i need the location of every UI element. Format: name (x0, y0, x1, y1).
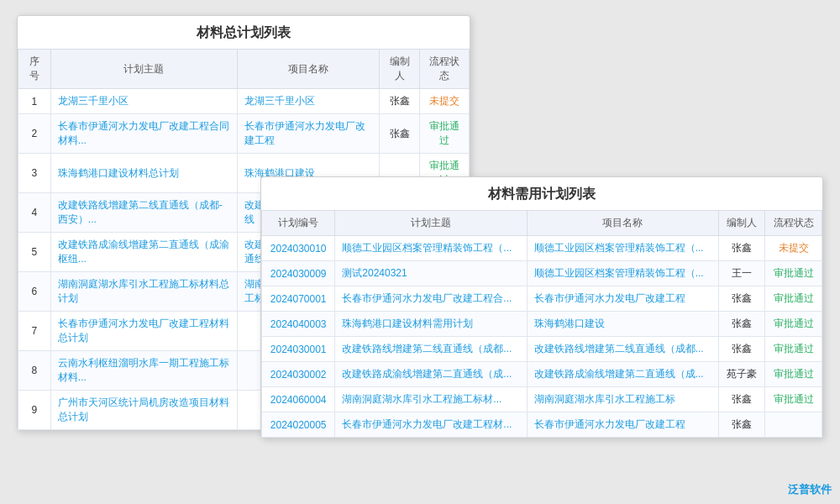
table2-cell-2: 长春市伊通河水力发电厂改建工程 (527, 412, 718, 438)
table1-cell-3: 张鑫 (379, 114, 420, 154)
table-row[interactable]: 2024030001改建铁路线增建第二线直通线（成都...改建铁路线增建第二线直… (262, 337, 822, 362)
table2-cell-0: 2024030009 (262, 261, 335, 286)
table1-col-theme: 计划主题 (50, 50, 237, 89)
table2-cell-0: 2024060004 (262, 387, 335, 412)
table-row[interactable]: 2024030010顺德工业园区档案管理精装饰工程（...顺德工业园区档案管理精… (262, 236, 822, 261)
table1-cell-2: 长春市伊通河水力发电厂改建工程 (237, 114, 379, 154)
table2-cell-0: 2024040003 (262, 312, 335, 337)
table1-cell-4: 未提交 (420, 89, 470, 114)
table2-cell-1: 改建铁路成渝线增建第二直通线（成... (335, 362, 527, 387)
table1-cell-0: 2 (18, 114, 51, 154)
table-row[interactable]: 2024030002改建铁路成渝线增建第二直通线（成...改建铁路成渝线增建第二… (262, 362, 822, 387)
table2-cell-0: 2024020005 (262, 412, 335, 438)
table-row[interactable]: 2长春市伊通河水力发电厂改建工程合同材料...长春市伊通河水力发电厂改建工程张鑫… (18, 114, 470, 154)
table2-cell-3: 苑子豪 (718, 362, 764, 387)
table2-cell-0: 2024070001 (262, 286, 335, 312)
table2-cell-0: 2024030002 (262, 362, 335, 387)
table2-col-theme: 计划主题 (335, 211, 527, 236)
table1-cell-0: 8 (18, 351, 51, 391)
table1-cell-1: 云南水利枢纽溜明水库一期工程施工标材料... (50, 351, 237, 391)
table-row[interactable]: 2024040003珠海鹤港口建设材料需用计划珠海鹤港口建设张鑫审批通过 (262, 312, 822, 337)
table1-cell-0: 7 (18, 312, 51, 351)
watermark: 泛普软件 (788, 482, 832, 497)
table2-col-project: 项目名称 (527, 211, 718, 236)
table2-cell-4: 审批通过 (765, 362, 822, 387)
table2-cell-3: 张鑫 (718, 312, 764, 337)
table2-cell-1: 改建铁路线增建第二线直通线（成都... (335, 337, 527, 362)
table1-cell-0: 9 (18, 391, 51, 430)
table2-cell-2: 湖南洞庭湖水库引水工程施工标 (527, 387, 718, 412)
table1-header-row: 序号 计划主题 项目名称 编制人 流程状态 (18, 50, 470, 89)
table1-cell-0: 3 (18, 154, 51, 193)
table2-cell-3: 张鑫 (718, 412, 764, 438)
table2-cell-4: 审批通过 (765, 312, 822, 337)
table2-cell-1: 湖南洞庭湖水库引水工程施工标材... (335, 387, 527, 412)
table1-cell-0: 5 (18, 233, 51, 272)
table1-col-id: 序号 (18, 50, 51, 89)
table2-cell-4: 审批通过 (765, 286, 822, 312)
table1-col-project: 项目名称 (237, 50, 379, 89)
table1-cell-0: 1 (18, 89, 51, 114)
table-row[interactable]: 2024020005长春市伊通河水力发电厂改建工程材...长春市伊通河水力发电厂… (262, 412, 822, 438)
table2-cell-2: 顺德工业园区档案管理精装饰工程（... (527, 261, 718, 286)
table1-cell-4: 审批通过 (420, 114, 470, 154)
table2-cell-1: 顺德工业园区档案管理精装饰工程（... (335, 236, 527, 261)
table1-cell-1: 广州市天河区统计局机房改造项目材料总计划 (50, 391, 237, 430)
table2-col-editor: 编制人 (718, 211, 764, 236)
table1-title: 材料总计划列表 (18, 16, 470, 49)
table1-cell-0: 4 (18, 193, 51, 233)
table1-cell-1: 改建铁路线增建第二线直通线（成都-西安）... (50, 193, 237, 233)
table2-cell-2: 顺德工业园区档案管理精装饰工程（... (527, 236, 718, 261)
table2-header-row: 计划编号 计划主题 项目名称 编制人 流程状态 (262, 211, 822, 236)
table2-cell-2: 长春市伊通河水力发电厂改建工程 (527, 286, 718, 312)
table2: 计划编号 计划主题 项目名称 编制人 流程状态 2024030010顺德工业园区… (261, 210, 822, 438)
table1-cell-1: 龙湖三千里小区 (50, 89, 237, 114)
table2-cell-3: 王一 (718, 261, 764, 286)
table2-cell-3: 张鑫 (718, 286, 764, 312)
table2-cell-1: 长春市伊通河水力发电厂改建工程材... (335, 412, 527, 438)
table1-cell-3: 张鑫 (379, 89, 420, 114)
table2-cell-0: 2024030001 (262, 337, 335, 362)
table2-cell-2: 改建铁路成渝线增建第二直通线（成... (527, 362, 718, 387)
table1-cell-1: 改建铁路成渝线增建第二直通线（成渝枢纽... (50, 233, 237, 272)
table1-cell-1: 长春市伊通河水力发电厂改建工程材料总计划 (50, 312, 237, 351)
table2-cell-2: 改建铁路线增建第二线直通线（成都... (527, 337, 718, 362)
table2-cell-1: 珠海鹤港口建设材料需用计划 (335, 312, 527, 337)
table1-cell-1: 湖南洞庭湖水库引水工程施工标材料总计划 (50, 272, 237, 312)
table2-cell-4: 未提交 (765, 236, 822, 261)
table2-cell-2: 珠海鹤港口建设 (527, 312, 718, 337)
table1-cell-2: 龙湖三千里小区 (237, 89, 379, 114)
table2-container: 材料需用计划列表 计划编号 计划主题 项目名称 编制人 流程状态 2024030… (260, 176, 823, 438)
table-row[interactable]: 1龙湖三千里小区龙湖三千里小区张鑫未提交 (18, 89, 470, 114)
table2-cell-0: 2024030010 (262, 236, 335, 261)
table2-cell-4: 审批通过 (765, 387, 822, 412)
table2-cell-4 (765, 412, 822, 438)
table2-col-code: 计划编号 (262, 211, 335, 236)
table2-cell-4: 审批通过 (765, 261, 822, 286)
table1-col-status: 流程状态 (420, 50, 470, 89)
table1-cell-0: 6 (18, 272, 51, 312)
table2-col-status: 流程状态 (765, 211, 822, 236)
table-row[interactable]: 2024060004湖南洞庭湖水库引水工程施工标材...湖南洞庭湖水库引水工程施… (262, 387, 822, 412)
table1-col-editor: 编制人 (379, 50, 420, 89)
table2-cell-3: 张鑫 (718, 236, 764, 261)
table2-cell-1: 长春市伊通河水力发电厂改建工程合... (335, 286, 527, 312)
table2-title: 材料需用计划列表 (261, 177, 822, 210)
table-row[interactable]: 2024070001长春市伊通河水力发电厂改建工程合...长春市伊通河水力发电厂… (262, 286, 822, 312)
table2-cell-3: 张鑫 (718, 387, 764, 412)
table2-cell-4: 审批通过 (765, 337, 822, 362)
table1-cell-1: 长春市伊通河水力发电厂改建工程合同材料... (50, 114, 237, 154)
table-row[interactable]: 2024030009测试20240321顺德工业园区档案管理精装饰工程（...王… (262, 261, 822, 286)
table1-cell-1: 珠海鹤港口建设材料总计划 (50, 154, 237, 193)
table2-cell-3: 张鑫 (718, 337, 764, 362)
table2-cell-1: 测试20240321 (335, 261, 527, 286)
